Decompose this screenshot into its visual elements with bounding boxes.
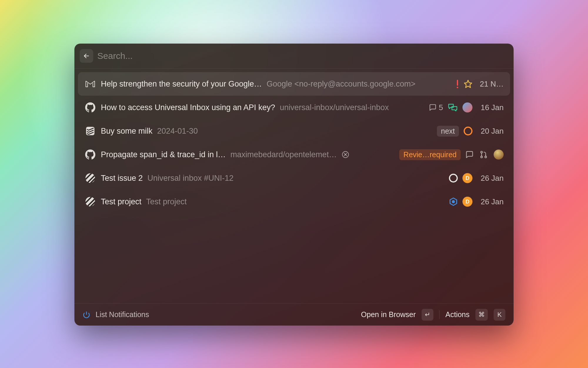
item-title: Test issue 2	[101, 174, 143, 183]
avatar: D	[462, 173, 472, 183]
github-icon	[84, 149, 96, 160]
list-item[interactable]: Test project Test project D 26 Jan	[78, 190, 510, 213]
back-button[interactable]	[80, 49, 93, 63]
item-title: Propagate span_id & trace_id in l…	[101, 150, 226, 159]
item-subtitle: Google <no-reply@accounts.google.com>	[267, 79, 415, 89]
todoist-icon	[84, 125, 96, 137]
item-date: 26 Jan	[477, 197, 504, 206]
closed-icon	[341, 150, 350, 159]
list-item[interactable]: Test issue 2 Universal inbox #UNI-12 D 2…	[78, 166, 510, 190]
item-subtitle: 2024-01-30	[157, 127, 198, 136]
priority-icon	[456, 79, 459, 89]
list-item[interactable]: Help strengthen the security of your Goo…	[78, 72, 510, 96]
item-date: 16 Jan	[477, 103, 504, 112]
item-date: 20 Jan	[477, 127, 504, 136]
svg-point-22	[452, 200, 455, 203]
app-logo-icon	[83, 311, 90, 319]
comment-count: 5	[429, 103, 443, 112]
svg-rect-1	[457, 80, 458, 86]
comment-icon	[465, 150, 474, 159]
item-title: Test project	[101, 197, 141, 206]
avatar	[494, 150, 504, 160]
discussion-icon	[448, 103, 458, 112]
footer-left-label: List Notifications	[96, 310, 149, 319]
search-input[interactable]	[97, 51, 508, 61]
footer: List Notifications Open in Browser ↵ Act…	[74, 303, 514, 326]
star-icon	[464, 79, 472, 88]
separator	[439, 310, 440, 319]
open-in-browser-action[interactable]: Open in Browser	[361, 310, 416, 319]
k-key: K	[494, 309, 505, 321]
list-item[interactable]: Buy some milk 2024-01-30 next 20 Jan	[78, 119, 510, 143]
notification-list: Help strengthen the security of your Goo…	[74, 69, 514, 303]
item-date: 26 Jan	[477, 174, 504, 183]
cmd-key: ⌘	[475, 309, 488, 321]
priority-ring-icon	[464, 127, 472, 135]
svg-marker-3	[465, 80, 472, 88]
item-subtitle: maximebedard/opentelemet…	[230, 150, 337, 159]
svg-point-10	[485, 156, 487, 158]
avatar: D	[462, 197, 472, 207]
svg-point-8	[481, 151, 482, 153]
tag: next	[437, 126, 459, 137]
gmail-icon	[84, 78, 96, 90]
item-subtitle: Test project	[146, 197, 187, 206]
github-icon	[84, 102, 96, 113]
enter-key: ↵	[422, 309, 433, 321]
pull-request-icon	[480, 150, 488, 159]
item-title: How to access Universal Inbox using an A…	[101, 103, 275, 112]
command-palette: Help strengthen the security of your Goo…	[74, 44, 514, 326]
item-subtitle: universal-inbox/universal-inbox	[280, 103, 389, 112]
list-item[interactable]: Propagate span_id & trace_id in l… maxim…	[78, 143, 510, 166]
svg-point-9	[481, 156, 482, 158]
item-title: Help strengthen the security of your Goo…	[101, 79, 262, 89]
project-hex-icon	[449, 197, 458, 206]
actions-menu[interactable]: Actions	[445, 310, 470, 319]
linear-icon	[84, 172, 96, 184]
item-title: Buy some milk	[101, 127, 153, 136]
svg-point-2	[457, 87, 458, 88]
comment-icon	[429, 104, 437, 111]
list-item[interactable]: How to access Universal Inbox using an A…	[78, 96, 510, 119]
avatar	[462, 102, 472, 112]
arrow-left-icon	[83, 53, 90, 59]
item-date: 21 N…	[477, 79, 504, 89]
status-ring-icon	[449, 174, 458, 183]
review-tag: Revie…required	[399, 149, 461, 160]
item-subtitle: Universal inbox #UNI-12	[148, 174, 234, 183]
header	[74, 44, 514, 68]
linear-icon	[84, 196, 96, 208]
